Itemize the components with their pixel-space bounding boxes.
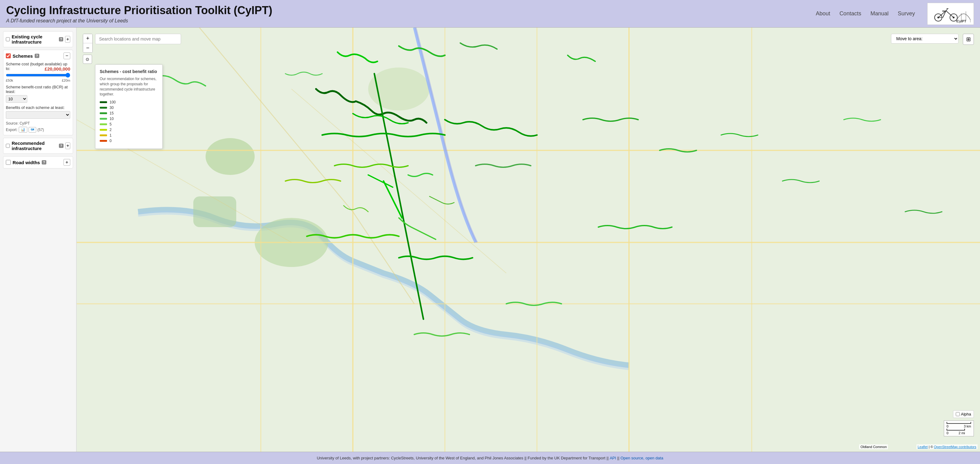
recommended-help[interactable]: ? (59, 144, 64, 148)
scale-mi-zero: 0 (947, 431, 948, 435)
existing-cycle-help[interactable]: ? (59, 37, 64, 41)
legend-color-100 (100, 101, 107, 103)
svg-line-31 (199, 28, 353, 212)
layer-existing-cycle: Existing cycle infrastructure ? + (3, 31, 73, 47)
alpha-checkbox[interactable] (956, 412, 960, 416)
recommended-toggle[interactable]: + (65, 142, 70, 149)
existing-cycle-checkbox[interactable] (6, 37, 10, 42)
benefits-select[interactable] (6, 111, 70, 119)
bcr-select[interactable]: 1 2 5 10 20 50 (6, 95, 27, 103)
header-branding: Cycling Infrastructure Prioritisation To… (6, 4, 272, 24)
sidebar: Existing cycle infrastructure ? + Scheme… (0, 28, 77, 452)
move-to-area-select[interactable]: Move to area: Bristol Leeds Manchester L… (891, 34, 959, 43)
cost-slider[interactable] (6, 73, 70, 78)
recommended-checkbox[interactable] (6, 144, 10, 148)
legend-color-1 (100, 134, 107, 136)
alpha-control: Alpha (953, 410, 974, 418)
export-geojson-btn[interactable]: 🗺 (29, 127, 36, 132)
zoom-in-button[interactable]: + (83, 34, 92, 43)
road-widths-checkbox[interactable] (6, 160, 11, 165)
svg-point-20 (368, 67, 430, 110)
legend-description: Our recommendation for schemes, which gr… (100, 77, 158, 97)
road-widths-toggle[interactable]: + (64, 159, 70, 166)
legend-label-30: 30 (110, 105, 113, 110)
map-tiles (77, 28, 980, 452)
recommended-label[interactable]: Recommended infrastructure (12, 140, 57, 151)
header-nav: About Contacts Manual Survey (816, 10, 915, 17)
map-overlay (77, 28, 980, 452)
csv-icon: 📊 (21, 128, 25, 132)
layer-schemes: Schemes ? − Scheme cost (budget availabl… (3, 50, 73, 136)
legend-label-1: 1 (110, 133, 112, 137)
road-widths-help[interactable]: ? (42, 160, 46, 164)
benefits-section: Benefits of each scheme at least: (6, 105, 70, 119)
app-footer: University of Leeds, with project partne… (0, 452, 980, 464)
scale-bar: 0 3 km 0 2 mi (944, 421, 974, 436)
legend-item-30: 30 (100, 105, 158, 110)
cost-slider-container: £50k £20m (6, 73, 70, 82)
bcr-label: Scheme benefit-cost ratio (BCR) at least… (6, 85, 70, 94)
alpha-label[interactable]: Alpha (961, 412, 971, 416)
legend-color-2 (100, 129, 107, 131)
scale-km: 0 (947, 424, 948, 428)
scale-mi-value: 2 mi (959, 431, 965, 435)
svg-point-19 (255, 218, 328, 267)
cost-label: Scheme cost (budget available) up to: £2… (6, 62, 70, 71)
schemes-label[interactable]: Schemes (13, 53, 33, 59)
app-subtitle: A DfT-funded research project at the Uni… (6, 18, 272, 24)
svg-line-34 (291, 89, 506, 273)
svg-rect-21 (193, 196, 236, 227)
footer-api-link[interactable]: API (610, 456, 616, 460)
layer-road-widths: Road widths ? + (3, 156, 73, 169)
schemes-toggle[interactable]: − (64, 53, 70, 59)
map-container[interactable]: + − ⊙ Move to area: Bristol Leeds Manche… (77, 28, 980, 452)
nav-manual[interactable]: Manual (870, 10, 889, 17)
export-csv-btn[interactable]: 📊 (19, 127, 27, 132)
nav-about[interactable]: About (816, 10, 830, 17)
legend-color-5 (100, 123, 107, 125)
export-count: (57) (37, 128, 44, 132)
legend-item-5: 5 (100, 122, 158, 126)
cost-value: £20,000,000 (45, 66, 70, 72)
app-header: Cycling Infrastructure Prioritisation To… (0, 0, 980, 28)
legend-label-2: 2 (110, 128, 112, 132)
slider-min-label: £50k (6, 78, 13, 82)
legend-popup: Schemes - cost benefit ratio Our recomme… (95, 64, 162, 149)
legend-color-0 (100, 140, 107, 142)
legend-color-30 (100, 107, 107, 108)
existing-cycle-toggle[interactable]: + (65, 36, 70, 43)
zoom-controls: + − (83, 34, 93, 53)
nav-contacts[interactable]: Contacts (840, 10, 861, 17)
legend-item-10: 10 (100, 116, 158, 121)
scale-km-value: 3 km (964, 424, 971, 428)
footer-opensource-link[interactable]: Open source, open data (620, 456, 663, 460)
schemes-help[interactable]: ? (35, 54, 39, 58)
source-label: Source: CyIPT (6, 121, 30, 126)
schemes-checkbox[interactable] (6, 53, 11, 58)
map-search (95, 34, 181, 44)
road-widths-label[interactable]: Road widths (13, 160, 40, 165)
map-attribution: Leaflet | © OpenStreetMap contributors (916, 444, 978, 449)
search-input[interactable] (95, 34, 181, 44)
svg-text:CyIPT: CyIPT (957, 19, 966, 23)
legend-item-2: 2 (100, 128, 158, 132)
app-logo: CyIPT (927, 3, 974, 25)
scheme-controls: Scheme cost (budget available) up to: £2… (6, 62, 70, 132)
export-label: Export: (6, 128, 18, 132)
legend-label-10: 10 (110, 116, 113, 121)
legend-color-10 (100, 118, 107, 120)
legend-label-100: 100 (110, 100, 116, 104)
layers-button[interactable]: ⊞ (963, 34, 974, 45)
nav-survey[interactable]: Survey (898, 10, 915, 17)
zoom-out-button[interactable]: − (83, 43, 92, 53)
leaflet-link[interactable]: Leaflet (918, 445, 928, 449)
export-row: Export: 📊 🗺 (57) (6, 127, 70, 132)
legend-item-100: 100 (100, 100, 158, 104)
legend-label-5: 5 (110, 122, 112, 126)
svg-line-32 (353, 212, 414, 304)
existing-cycle-label[interactable]: Existing cycle infrastructure (12, 34, 57, 45)
locate-button[interactable]: ⊙ (83, 55, 92, 64)
osm-link[interactable]: OpenStreetMap contributors (934, 445, 976, 449)
top-attribution: Oldland Common (859, 444, 888, 449)
legend-item-1: 1 (100, 133, 158, 137)
